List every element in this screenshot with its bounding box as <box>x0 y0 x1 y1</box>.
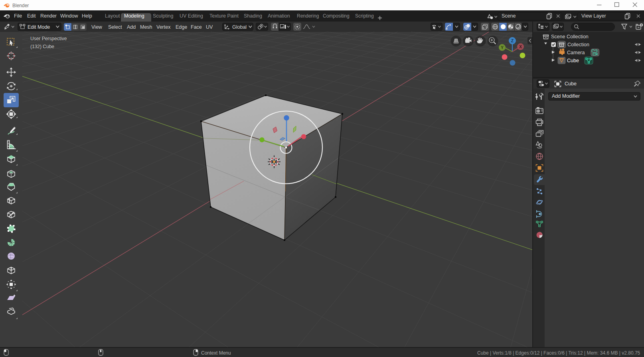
svg-text:X: X <box>519 45 522 49</box>
svg-text:Z: Z <box>511 38 514 43</box>
svg-text:Y: Y <box>501 45 504 50</box>
